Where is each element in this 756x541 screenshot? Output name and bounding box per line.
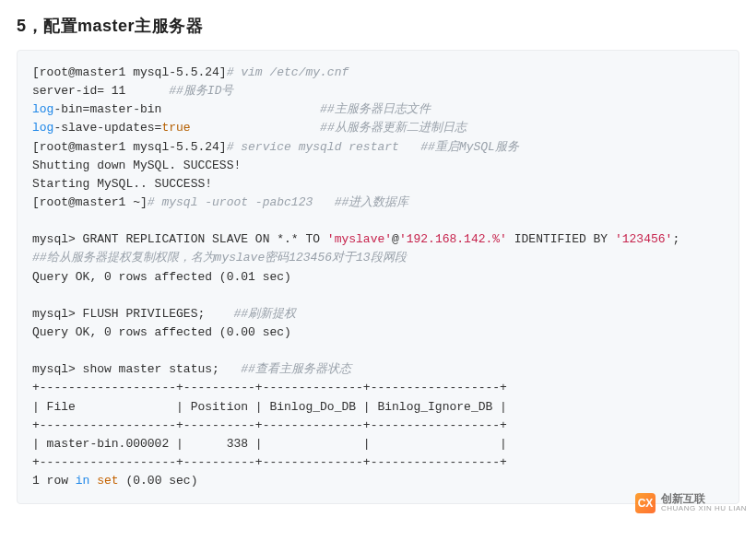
code-line: Shutting down MySQL. SUCCESS! [32, 159, 241, 172]
code-text [191, 121, 320, 135]
code-line: [root@master1 mysql-5.5.24] [32, 140, 227, 154]
watermark-text: 创新互联 CHUANG XIN HU LIAN [661, 493, 747, 513]
code-text: -bin=master-bin [53, 102, 320, 116]
code-comment: ##从服务器更新二进制日志 [320, 121, 467, 135]
code-keyword: set [97, 474, 118, 488]
code-comment: # service mysqld restart ##重启MySQL服务 [227, 140, 519, 154]
code-string: '192.168.142.%' [399, 232, 507, 246]
table-border: +-------------------+----------+--------… [32, 455, 507, 469]
watermark: CX 创新互联 CHUANG XIN HU LIAN [635, 493, 747, 513]
code-text: ; [672, 232, 679, 246]
code-text: (0.00 sec) [119, 474, 198, 488]
code-comment: ##刷新提权 [233, 307, 296, 321]
table-border: +-------------------+----------+--------… [32, 381, 507, 394]
code-text: -slave-updates= [53, 121, 161, 135]
code-string: '123456' [615, 232, 672, 246]
code-comment: ##给从服务器提权复制权限，名为myslave密码123456对于13段网段 [32, 251, 407, 265]
code-keyword: log [32, 102, 53, 116]
watermark-py: CHUANG XIN HU LIAN [661, 505, 747, 513]
code-line: mysql> GRANT REPLICATION SLAVE ON *.* TO [32, 232, 327, 246]
code-line: Starting MySQL.. SUCCESS! [32, 177, 212, 191]
code-line: Query OK, 0 rows affected (0.00 sec) [32, 325, 291, 339]
code-block: [root@master1 mysql-5.5.24]# vim /etc/my… [17, 50, 739, 504]
watermark-logo: CX [635, 493, 656, 513]
code-line: [root@master1 ~] [32, 195, 148, 209]
code-line: [root@master1 mysql-5.5.24] [32, 65, 227, 79]
table-header: | File | Position | Binlog_Do_DB | Binlo… [32, 400, 507, 414]
code-comment: ##服务ID号 [169, 84, 233, 98]
table-row: | master-bin.000002 | 338 | | | [32, 437, 507, 451]
code-line: mysql> FLUSH PRIVILEGES; [32, 307, 233, 321]
code-comment: ##查看主服务器状态 [241, 362, 351, 376]
code-text: IDENTIFIED BY [507, 232, 615, 246]
table-border: +-------------------+----------+--------… [32, 418, 507, 432]
code-line: server-id= 11 [32, 84, 169, 98]
code-text: @ [392, 232, 399, 246]
section-heading: 5，配置master主服务器 [17, 15, 739, 37]
code-keyword: in [76, 474, 90, 488]
code-comment: ##主服务器日志文件 [320, 102, 431, 116]
code-line: mysql> show master status; [32, 362, 241, 376]
code-comment: # vim /etc/my.cnf [227, 65, 349, 79]
code-keyword: log [32, 121, 53, 135]
code-bool: true [161, 121, 190, 135]
code-line: Query OK, 0 rows affected (0.01 sec) [32, 270, 291, 284]
code-line: 1 row [32, 474, 76, 488]
code-string: 'myslave' [327, 232, 392, 246]
code-comment: # mysql -uroot -pabc123 ##进入数据库 [148, 195, 408, 209]
